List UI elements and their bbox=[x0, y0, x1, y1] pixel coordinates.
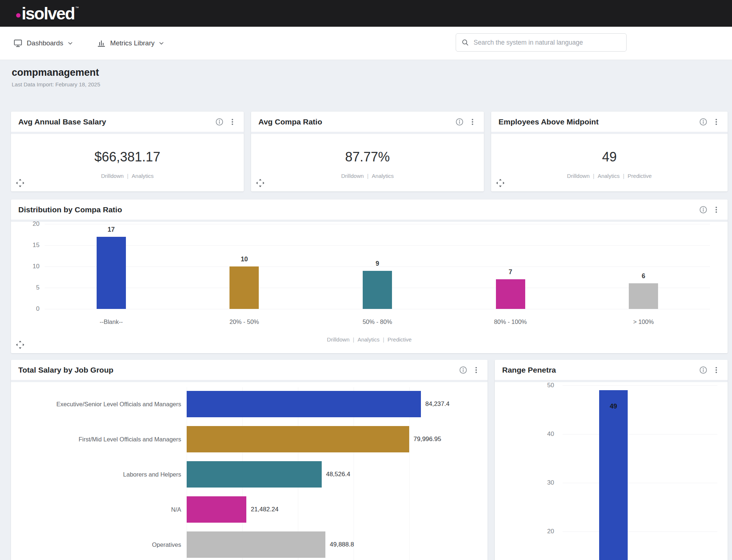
kpi-card-avg-compa-ratio: Avg Compa Ratio 87.77% Drilldown|Analyti… bbox=[251, 112, 484, 191]
search-input[interactable] bbox=[473, 38, 621, 47]
x-axis-label: 20% - 50% bbox=[229, 318, 259, 325]
y-axis-tick: 50 bbox=[536, 382, 554, 389]
kpi-value: $66,381.17 bbox=[11, 149, 244, 165]
panel-total-salary-by-job-group: Total Salary by Job Group Executive/Seni… bbox=[11, 360, 488, 560]
nav-item-dashboards[interactable]: Dashboards bbox=[13, 27, 73, 60]
kpi-card-avg-annual-base-salary: Avg Annual Base Salary $66,381.17 Drilld… bbox=[11, 112, 244, 191]
link-drilldown[interactable]: Drilldown bbox=[327, 336, 350, 343]
info-icon[interactable] bbox=[459, 365, 468, 374]
bar-N/A[interactable] bbox=[187, 496, 246, 523]
gridline bbox=[45, 309, 710, 309]
link-drilldown[interactable]: Drilldown bbox=[567, 173, 590, 179]
bar-value-label: 79,996.95 bbox=[414, 436, 441, 443]
card-title: Avg Annual Base Salary bbox=[18, 117, 106, 126]
bar-range-penetration[interactable] bbox=[599, 390, 628, 560]
drag-handle-icon[interactable] bbox=[15, 178, 25, 188]
nav-bar: Dashboards Metrics Library bbox=[0, 27, 732, 60]
bar---Blank--[interactable] bbox=[97, 237, 126, 309]
kebab-menu-icon[interactable] bbox=[468, 118, 477, 126]
kpi-links: Drilldown|Analytics bbox=[11, 173, 244, 179]
bar-value-label: 17 bbox=[108, 226, 115, 234]
info-icon[interactable] bbox=[215, 117, 224, 126]
gridline bbox=[563, 531, 717, 532]
range-penetra-bar-chart: 5040302049 bbox=[495, 382, 728, 560]
kpi-value: 87.77% bbox=[251, 149, 484, 165]
chevron-down-icon bbox=[67, 40, 73, 46]
bar-First/Mid Level Officials and Managers[interactable] bbox=[187, 426, 409, 452]
chart-footer-links: Drilldown|Analytics|Predictive bbox=[11, 336, 728, 343]
nav-metrics-label: Metrics Library bbox=[110, 39, 154, 47]
kebab-menu-icon[interactable] bbox=[228, 118, 236, 126]
kpi-links: Drilldown|Analytics|Predictive bbox=[491, 173, 728, 179]
y-axis-label: Operatives bbox=[18, 541, 181, 548]
y-axis-tick: 20 bbox=[536, 528, 554, 535]
card-title: Employees Above Midpoint bbox=[498, 117, 598, 126]
bar-value-label: 48,526.4 bbox=[326, 471, 350, 478]
link-analytics[interactable]: Analytics bbox=[358, 336, 380, 343]
search-box[interactable] bbox=[456, 33, 627, 52]
bar-Operatives[interactable] bbox=[187, 531, 325, 558]
bar-50% - 80%[interactable] bbox=[363, 271, 392, 309]
y-axis-tick: 30 bbox=[536, 479, 554, 486]
logo-dot-icon bbox=[16, 13, 20, 18]
panel-header: Distribution by Compa Ratio bbox=[11, 199, 728, 222]
drag-handle-icon[interactable] bbox=[255, 178, 265, 188]
bar-value-label: 9 bbox=[376, 260, 379, 268]
drag-handle-icon[interactable] bbox=[15, 340, 25, 350]
link-analytics[interactable]: Analytics bbox=[372, 173, 394, 179]
panel-header: Total Salary by Job Group bbox=[11, 360, 488, 382]
kebab-menu-icon[interactable] bbox=[712, 206, 720, 214]
link-analytics[interactable]: Analytics bbox=[598, 173, 620, 179]
panel-title: Distribution by Compa Ratio bbox=[18, 205, 122, 214]
panel-title: Total Salary by Job Group bbox=[18, 366, 113, 374]
card-body: 49 Drilldown|Analytics|Predictive bbox=[491, 134, 728, 191]
link-predictive[interactable]: Predictive bbox=[628, 173, 652, 179]
link-separator: | bbox=[593, 173, 594, 179]
y-axis-tick: 40 bbox=[536, 430, 554, 438]
bar-value-label: 6 bbox=[642, 272, 645, 280]
x-axis-label: > 100% bbox=[633, 318, 654, 325]
bar-80% - 100%[interactable] bbox=[496, 279, 525, 309]
bar-Executive/Senior Level Officials and Managers[interactable] bbox=[187, 391, 421, 417]
link-predictive[interactable]: Predictive bbox=[388, 336, 412, 343]
bar-value-label: 7 bbox=[509, 268, 512, 276]
link-drilldown[interactable]: Drilldown bbox=[341, 173, 364, 179]
card-header: Avg Annual Base Salary bbox=[11, 112, 244, 134]
kebab-menu-icon[interactable] bbox=[712, 366, 720, 374]
monitor-icon bbox=[13, 38, 23, 48]
bar-> 100%[interactable] bbox=[629, 283, 658, 309]
y-axis-label: Executive/Senior Level Officials and Man… bbox=[18, 401, 181, 408]
x-axis-label: 80% - 100% bbox=[494, 318, 527, 325]
link-separator: | bbox=[367, 173, 369, 179]
last-data-import: Last Data Import: February 18, 2025 bbox=[12, 81, 100, 87]
info-icon[interactable] bbox=[699, 365, 708, 374]
info-icon[interactable] bbox=[699, 117, 708, 126]
card-header: Employees Above Midpoint bbox=[491, 112, 728, 134]
card-header: Avg Compa Ratio bbox=[251, 112, 484, 134]
bar-Laborers and Helpers[interactable] bbox=[187, 461, 322, 488]
y-axis-tick: 0 bbox=[18, 305, 40, 313]
link-separator: | bbox=[353, 336, 354, 343]
link-analytics[interactable]: Analytics bbox=[132, 173, 154, 179]
bar-value-label: 49 bbox=[610, 403, 617, 410]
link-separator: | bbox=[623, 173, 624, 179]
x-axis-label: --Blank-- bbox=[100, 318, 123, 325]
kebab-menu-icon[interactable] bbox=[472, 366, 480, 374]
total-salary-hbar-chart: Executive/Senior Level Officials and Man… bbox=[11, 382, 488, 560]
link-drilldown[interactable]: Drilldown bbox=[101, 173, 124, 179]
gridline bbox=[45, 245, 710, 246]
drag-handle-icon[interactable] bbox=[496, 178, 505, 188]
gridline bbox=[563, 385, 717, 386]
nav-item-metrics-library[interactable]: Metrics Library bbox=[97, 27, 164, 60]
kebab-menu-icon[interactable] bbox=[712, 118, 720, 126]
y-axis-tick: 10 bbox=[18, 263, 40, 270]
bar-chart-icon bbox=[97, 38, 106, 48]
info-icon[interactable] bbox=[699, 205, 708, 214]
bar-20% - 50%[interactable] bbox=[229, 266, 259, 309]
gridline bbox=[563, 483, 717, 483]
x-axis-label: 50% - 80% bbox=[363, 318, 392, 325]
kpi-links: Drilldown|Analytics bbox=[251, 173, 484, 179]
panel-header: Range Penetra bbox=[495, 360, 728, 382]
info-icon[interactable] bbox=[455, 117, 464, 126]
bar-value-label: 21,482.24 bbox=[251, 506, 279, 513]
